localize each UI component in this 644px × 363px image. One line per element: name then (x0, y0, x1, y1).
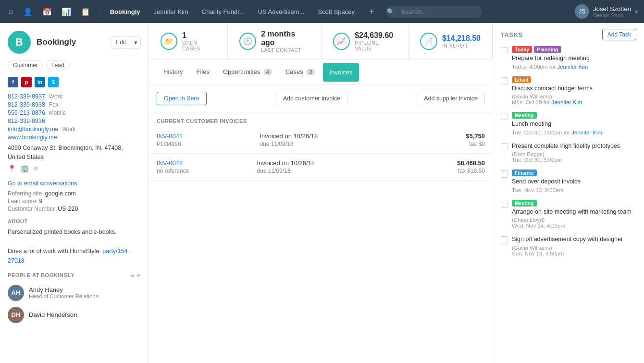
add-tab-button[interactable]: + (365, 5, 378, 19)
home-icon[interactable]: ⌂ (6, 5, 16, 18)
company-name: Bookingly (37, 37, 76, 47)
task-checkbox-3[interactable] (501, 143, 508, 150)
chart-icon[interactable]: 📊 (59, 5, 74, 18)
tab-cases-label: Cases (285, 68, 303, 75)
go-email-link[interactable]: Go to email conversations (8, 180, 141, 187)
task-text-2: Lunch meeting (512, 120, 636, 129)
address-block: 4090 Conaway St, Bloomington, IN, 47408,… (8, 144, 141, 162)
task-text-6: Sign off advertisement copy with designe… (512, 235, 636, 244)
nav-tab-charity[interactable]: Charity Fundr... (197, 6, 249, 17)
folder-icon: 📁 (161, 33, 177, 50)
phone-direct-link[interactable]: 812-339-8936 (8, 118, 45, 124)
task-text-5: Arrange on-site meeting with marketing t… (512, 208, 636, 217)
right-panel: TASKS Add Task TodayPlanning Prepare for… (493, 23, 644, 363)
avatar: JS (575, 4, 589, 19)
pinterest-icon[interactable]: p (21, 77, 32, 87)
list-icon[interactable]: ≡ (34, 165, 37, 172)
phone-work-link[interactable]: 812-339-8937 (8, 93, 45, 100)
website-link[interactable]: www.bookingly.me (8, 134, 57, 141)
tab-history[interactable]: History (157, 62, 189, 82)
skype-icon[interactable]: S (48, 77, 59, 87)
people-actions: ≡ + (130, 271, 141, 279)
user-chevron-icon[interactable]: ▾ (635, 8, 638, 15)
search-icon: 🔍 (387, 8, 395, 15)
user-icon[interactable]: 👤 (20, 5, 36, 18)
invoice-id-0[interactable]: INV-0041 (157, 133, 183, 140)
task-paren-6: (Gavin Williams) (512, 245, 552, 251)
pages-icon[interactable]: 📋 (78, 5, 93, 18)
edit-button[interactable]: Edit (111, 36, 131, 48)
stat-contact-value: 2 months ago (261, 30, 310, 47)
stat-pipeline-info: $24,639.60 PIPELINE VALUE (355, 31, 396, 51)
nav-tab-us-adv[interactable]: US Advertisem... (253, 6, 310, 17)
building-icon[interactable]: 🏢 (21, 165, 29, 172)
tag-lead[interactable]: Lead (46, 60, 70, 70)
email-link[interactable]: info@bookingly.me (8, 126, 59, 133)
search-input[interactable] (386, 6, 482, 18)
phone-mobile-link[interactable]: 555-213-0876 (8, 109, 45, 116)
lead-score-row: Lead score 9 (0, 197, 149, 205)
add-supplier-invoice-button[interactable]: Add supplier invoice (417, 92, 485, 105)
person-name-1[interactable]: David Henderson (29, 311, 77, 318)
tag-customer[interactable]: Customer (8, 60, 43, 70)
edit-chevron-button[interactable]: ▾ (131, 36, 141, 48)
email-row: info@bookingly.me Work (8, 126, 141, 133)
inv-id-col-1: INV-0042 no reference (157, 159, 257, 174)
user-info: Josef Szotten Design Shop (593, 5, 631, 18)
calendar-icon[interactable]: 📅 (39, 5, 55, 18)
facebook-icon[interactable]: f (8, 77, 18, 87)
add-task-button[interactable]: Add Task (602, 29, 636, 40)
task-checkbox-6[interactable] (501, 236, 508, 243)
task-item-0: TodayPlanning Prepare for redesign meeti… (501, 46, 636, 70)
lead-score-label: Lead score (8, 198, 36, 205)
linkedin-icon[interactable]: in (35, 77, 45, 87)
pipeline-icon: 📈 (333, 33, 350, 50)
task-checkbox-5[interactable] (501, 201, 508, 208)
tab-opportunities[interactable]: Opportunities 4 (216, 62, 279, 82)
task-body-2: Meeting Lunch meeting Tue, Oct 30, 1:00p… (512, 112, 636, 135)
task-person-2[interactable]: Jennifer Kim (571, 130, 602, 135)
task-person-1[interactable]: Jennifer Kim (551, 99, 582, 105)
phone-fax-link[interactable]: 812-339-8938 (8, 101, 45, 108)
task-checkbox-2[interactable] (501, 113, 508, 120)
task-checkbox-0[interactable] (501, 47, 508, 54)
referring-site-value: google.com (45, 190, 76, 197)
task-meta-6: (Gavin Williams)Sun, Nov 18, 3:50pm (512, 245, 636, 256)
nav-tab-jennifer[interactable]: Jennifer Kim (149, 6, 193, 17)
person-name-0[interactable]: Andy Haney (29, 286, 98, 293)
phone-work-row: 812-339-8937 Work (8, 93, 141, 100)
about-text-2: Does a lot of work with HomeStyle: (8, 248, 101, 254)
people-add-icon[interactable]: + (137, 271, 141, 279)
nav-user[interactable]: JS Josef Szotten Design Shop ▾ (575, 4, 638, 19)
stat-xero: 📄 $14,218.50 IN XERO ℹ (409, 23, 493, 60)
tab-cases[interactable]: Cases 2 (279, 62, 322, 82)
task-person-0[interactable]: Jennifer Kim (557, 64, 588, 70)
tab-invoices[interactable]: Invoices (323, 63, 359, 82)
task-badges-0: TodayPlanning (512, 46, 636, 53)
task-body-4: Finance Send over deposit invoice Tue, N… (512, 169, 636, 193)
task-badge-4: Finance (512, 169, 537, 176)
nav-tab-bookingly[interactable]: Bookingly (105, 6, 145, 17)
task-body-0: TodayPlanning Prepare for redesign meeti… (512, 46, 636, 70)
task-checkbox-1[interactable] (501, 77, 508, 85)
tab-files[interactable]: Files (189, 62, 216, 82)
nav-tab-scott[interactable]: Scott Spacey (313, 6, 359, 17)
invoice-id-1[interactable]: INV-0042 (157, 159, 183, 167)
invoice-section-title: CURRENT CUSTOMER INVOICES (149, 112, 493, 127)
stat-contact-label: LAST CONTACT (261, 47, 310, 53)
tabs-row: History Files Opportunities 4 Cases 2 In… (149, 60, 493, 85)
task-meta-4: Tue, Nov 13, 9:00am (512, 187, 636, 193)
invoice-date-0: Invoiced on 10/26/18 (260, 133, 466, 140)
open-xero-button[interactable]: Open in Xero (157, 92, 207, 105)
xero-info-icon[interactable]: ℹ (466, 43, 468, 48)
clock-icon: 🕐 (239, 33, 256, 50)
task-meta-2: Tue, Oct 30, 1:00pm for Jennifer Kim (512, 130, 636, 135)
people-list-icon[interactable]: ≡ (130, 271, 134, 279)
task-text-0: Prepare for redesign meeting (512, 54, 636, 63)
invoice-amount-1: $8,468.50 (457, 159, 485, 167)
add-customer-invoice-button[interactable]: Add customer invoice (276, 92, 348, 105)
map-icon[interactable]: 📍 (8, 165, 16, 172)
task-checkbox-4[interactable] (501, 170, 508, 178)
stat-xero-label: IN XERO ℹ (442, 43, 481, 49)
stats-bar: 📁 1 OPEN CASES 🕐 2 months ago LAST CONTA… (149, 23, 493, 60)
